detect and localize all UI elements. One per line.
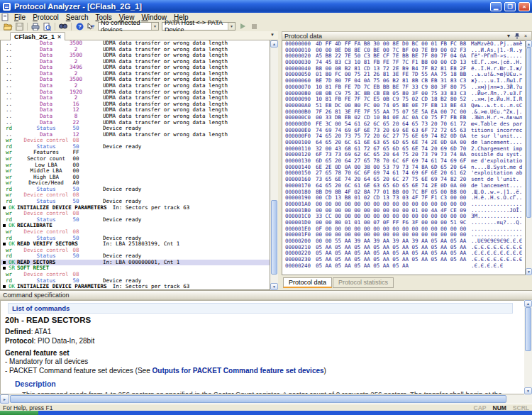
minimize-button[interactable]: ▁: [490, 2, 501, 11]
tree-node-icon[interactable]: [3, 267, 6, 270]
scrollbar-thumb[interactable]: [10, 395, 506, 403]
protocol-data-title: Protocol data: [284, 33, 322, 40]
row-description: Device ready: [103, 144, 141, 150]
tab-cflash-2g-1[interactable]: CFlash_2G_1 ×: [10, 32, 65, 40]
scroll-right-icon[interactable]: ►: [0, 394, 9, 404]
protocol-value: : PIO Data-In, 28bit: [34, 337, 95, 345]
trace-command-row[interactable]: OKINITIALIZE DEVICE PARAMETERSIn: Sector…: [1, 284, 270, 290]
command-heading: 20h - READ SECTORS: [5, 316, 520, 324]
command-spec-header: Command specification: [0, 290, 532, 300]
tab-protocol-data[interactable]: Protocol data: [283, 277, 332, 288]
register-value: 50: [65, 217, 87, 223]
menu-item-file[interactable]: File: [11, 13, 29, 21]
scroll-up-icon[interactable]: ▲: [270, 40, 278, 48]
tree-node-icon[interactable]: [3, 206, 6, 209]
menu-item-search[interactable]: Search: [62, 13, 92, 21]
window-title: Protocol Analyzer - [CFlash_2G_1]: [14, 2, 142, 11]
print-preview-icon[interactable]: [41, 22, 52, 31]
command-args: In: Sectors per track 63: [113, 205, 189, 211]
hex-address: 00000240: [285, 263, 311, 270]
protocol-line: Protocol: PIO Data-In, 28bit: [5, 337, 520, 345]
toolbar-separator: [27, 23, 28, 31]
protocol-data-tabs: Protocol dataProtocol statistics: [283, 277, 394, 289]
menu-bar: FileProtocolSearchToolsViewWindowHelp: [0, 13, 532, 21]
row-description: Device ready: [103, 217, 141, 223]
scroll-up-icon[interactable]: ▲: [524, 300, 532, 307]
document-tabstrip: CFlash_2G_1 × ▼: [0, 31, 278, 40]
tree-node-icon[interactable]: [3, 285, 6, 288]
chevron-down-icon[interactable]: ▼: [151, 23, 158, 30]
print-icon[interactable]: [30, 22, 41, 31]
command-spec-body: List of commands 20h - READ SECTORS Defi…: [0, 300, 532, 394]
command-args: In: LBA 000000001, Cnt 1: [103, 260, 179, 266]
open-icon[interactable]: [2, 22, 13, 31]
tree-node-icon[interactable]: [3, 243, 6, 245]
caps-lock-indicator: CAP: [474, 404, 487, 411]
status-bar: For Help, press F1 CAP NUM SCRL: [0, 404, 532, 411]
toolbar-separator: [71, 23, 72, 31]
hex-ascii: .Є.Є.Є.Є.Є: [471, 263, 503, 270]
help-icon[interactable]: ?: [74, 22, 85, 31]
close-button[interactable]: ×: [519, 2, 530, 11]
command-name: INITIALIZE DEVICE PARAMETERS: [17, 284, 106, 290]
scrollbar-thumb[interactable]: [271, 200, 277, 275]
bullet-mandatory: - Mandatory for all devices: [5, 358, 520, 366]
close-panel-icon[interactable]: ×: [522, 33, 529, 38]
pin-icon[interactable]: [514, 33, 521, 40]
trace-scrollbar[interactable]: ▲ ▼: [270, 40, 278, 290]
status-help-text: For Help, press F1: [3, 404, 52, 411]
connected-devices-combo[interactable]: No connected devices ▼: [98, 22, 159, 31]
bullet-packet: - PACKET Command feature set devices (Se…: [5, 367, 520, 375]
hex-dump-view[interactable]: 000000004D FF 4D FF FA B8 30 00 8E D0 BC…: [282, 40, 526, 275]
packet-outputs-link[interactable]: Outputs for PACKET Command feature set d…: [153, 367, 324, 375]
scroll-down-icon[interactable]: ▼: [526, 268, 532, 275]
register-value: 50: [65, 253, 87, 260]
tab-protocol-statistics[interactable]: Protocol statistics: [333, 277, 394, 288]
bullet-packet-text: - PACKET Command feature set devices (Se…: [5, 367, 153, 375]
list-of-commands-link[interactable]: List of commands: [8, 303, 513, 314]
num-lock-indicator: NUM: [493, 404, 506, 411]
protocol-data-pane: Protocol data ▼ × 000000004D FF 4D FF FA…: [282, 31, 532, 290]
protocol-trace-list[interactable]: ..Data3500UDMA data transfer or wrong da…: [0, 40, 270, 290]
hex-row[interactable]: 0000024005 AA 05 AA 05 AA 05 AA 05 AA.Є.…: [282, 263, 525, 270]
menu-item-protocol[interactable]: Protocol: [29, 13, 62, 21]
protocol-label: Protocol: [5, 337, 34, 345]
tree-node-icon[interactable]: [3, 224, 6, 227]
main-toolbar: ? ? No connected devices ▼ PATA Host <->…: [0, 21, 532, 31]
mdi-document-icon[interactable]: [1, 13, 9, 21]
scroll-down-icon[interactable]: ▼: [524, 387, 532, 394]
maximize-button[interactable]: ❐: [504, 2, 516, 11]
row-description: UDMA data transfer or wrong data length: [103, 132, 228, 138]
start-button-sliver[interactable]: [0, 411, 38, 415]
stop-capture-icon[interactable]: [248, 22, 260, 31]
horizontal-scrollbar[interactable]: ◄ ►: [0, 394, 532, 404]
hex-scrollbar[interactable]: ▲ ▼: [526, 40, 532, 275]
command-spec-title: Command specification: [3, 292, 70, 299]
trace-pane: CFlash_2G_1 × ▼ ..Data3500UDMA data tran…: [0, 31, 278, 290]
command-spec-scrollbar[interactable]: ▲ ▼: [524, 300, 532, 394]
chevron-down-icon[interactable]: ▼: [228, 23, 235, 30]
command-args: In: Sectors per track 63: [113, 284, 189, 290]
tree-node-icon[interactable]: [3, 261, 6, 264]
title-bar: Protocol Analyzer - [CFlash_2G_1] ▁ ❐ ×: [0, 0, 532, 13]
document-tab-label: CFlash_2G_1: [14, 33, 55, 40]
description-heading: Description: [15, 380, 520, 388]
row-description: Device ready: [103, 187, 141, 193]
context-help-icon[interactable]: ?: [85, 22, 96, 31]
svg-text:?: ?: [92, 23, 95, 30]
protocol-mode-combo[interactable]: PATA Host <-> PATA Device ▼: [162, 22, 235, 31]
bullet-packet-close: ): [324, 367, 326, 375]
svg-text:?: ?: [78, 23, 82, 30]
start-capture-icon[interactable]: [237, 22, 248, 31]
window-position-chevron-icon[interactable]: ▼: [505, 33, 512, 38]
general-feature-set-heading: General feature set: [5, 349, 520, 357]
tab-list-chevron-icon[interactable]: ▼: [270, 33, 275, 37]
scrollbar-thumb[interactable]: [526, 48, 531, 218]
scroll-down-icon[interactable]: ▼: [270, 283, 278, 290]
scrollbar-thumb[interactable]: [525, 307, 531, 351]
tab-close-icon[interactable]: ×: [57, 33, 61, 40]
scroll-up-icon[interactable]: ▲: [526, 40, 532, 48]
find-icon[interactable]: [57, 22, 69, 31]
save-icon[interactable]: [13, 22, 25, 31]
toolbar-separator: [55, 23, 55, 31]
